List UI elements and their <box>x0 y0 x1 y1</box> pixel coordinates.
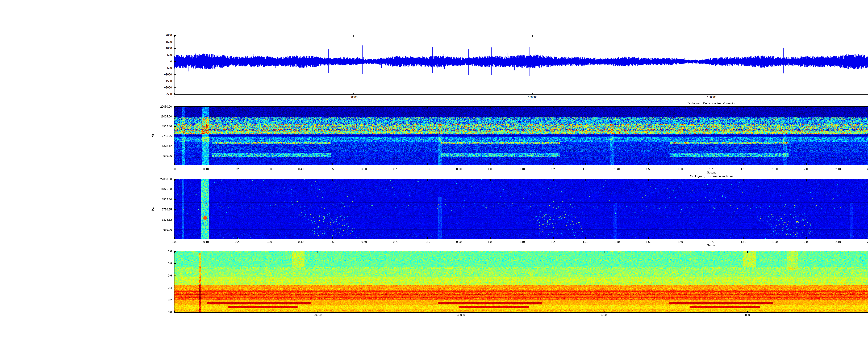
x-tick-label: 0.00 <box>164 167 185 171</box>
y-tick-label: 0.8 <box>137 262 172 265</box>
y-tick-label: 0 <box>137 60 172 63</box>
x-tick-label: 0.80 <box>417 241 438 244</box>
x-tick-label: 0.60 <box>354 167 375 171</box>
x-tick-label: 2.10 <box>828 241 848 244</box>
x-tick-label: 0.30 <box>259 241 280 244</box>
x-tick-label: 1.40 <box>607 167 627 171</box>
y-tick-label: 0.2 <box>137 298 172 302</box>
x-tick-label: 1.10 <box>512 241 532 244</box>
y-tick-label: 0.4 <box>137 286 172 290</box>
y-tick-label: 1.0 <box>137 250 172 253</box>
x-tick-label: 0.90 <box>448 167 469 171</box>
waveform-canvas <box>175 35 868 94</box>
scalogram-l2-heatmap-canvas <box>175 179 868 239</box>
x-tick-label: 1.40 <box>607 241 627 244</box>
x-tick-label: 2.20 <box>860 167 868 171</box>
x-tick-label: 1.00 <box>480 241 501 244</box>
y-tick-label: −2500 <box>137 93 172 96</box>
x-tick-label: 0 <box>164 96 185 99</box>
scalogram-cubic-y-axis-label: Hz <box>151 125 155 146</box>
x-tick-label: 0 <box>164 314 185 317</box>
y-tick-label: 22050.00 <box>137 105 172 108</box>
y-tick-label: 500 <box>137 54 172 57</box>
scalogram-cubic-heatmap-canvas <box>175 107 868 165</box>
x-tick-label: 1.90 <box>765 241 785 244</box>
y-tick-label: −500 <box>137 66 172 70</box>
y-tick-label: 1500 <box>137 40 172 43</box>
y-tick-label: 689.06 <box>137 228 172 231</box>
x-tick-label: 1.60 <box>670 167 690 171</box>
x-tick-label: 40000 <box>451 314 471 317</box>
x-tick-label: 0.70 <box>385 241 406 244</box>
scalogram-cubic-title: Scalogram, Cubic root transformation <box>175 102 868 105</box>
y-tick-label: 1378.12 <box>137 218 172 221</box>
y-tick-label: 0.6 <box>137 274 172 277</box>
waveform-panel: 2000150010005000−500−1000−1500−2000−2500… <box>0 0 868 347</box>
x-tick-label: 60000 <box>594 314 615 317</box>
spectrogram-heatmap-canvas <box>175 251 868 312</box>
y-tick-label: 1000 <box>137 47 172 50</box>
x-tick-label: 0.60 <box>354 241 375 244</box>
x-tick-label: 1.80 <box>733 167 754 171</box>
x-tick-label: 0.70 <box>385 167 406 171</box>
y-tick-label: 11025.00 <box>137 115 172 118</box>
x-tick-label: 1.80 <box>733 241 754 244</box>
scalogram-cubic-plot-frame <box>174 106 868 165</box>
x-tick-label: 1.50 <box>638 241 659 244</box>
x-tick-label: 1.10 <box>512 167 532 171</box>
x-tick-label: 1.90 <box>765 167 785 171</box>
y-tick-label: 0.0 <box>137 311 172 314</box>
x-tick-label: 2.10 <box>828 167 848 171</box>
x-tick-label: 0.40 <box>290 241 311 244</box>
x-tick-label: 0.20 <box>227 167 248 171</box>
x-tick-label: 1.70 <box>701 167 722 171</box>
scalogram-l2-title: Scalogram, L2 norm on each line <box>175 175 868 178</box>
x-tick-label: 150000 <box>701 96 722 99</box>
y-tick-label: 2000 <box>137 34 172 37</box>
x-tick-label: 1.30 <box>575 241 596 244</box>
x-tick-label: 1.60 <box>670 241 690 244</box>
x-tick-label: 20000 <box>307 314 328 317</box>
x-tick-label: 0.10 <box>196 241 216 244</box>
y-tick-label: 11025.00 <box>137 188 172 191</box>
x-tick-label: 0.50 <box>322 167 343 171</box>
y-tick-label: 689.06 <box>137 154 172 158</box>
scalogram-l2-plot-frame <box>174 179 868 239</box>
y-tick-label: 2756.25 <box>137 208 172 211</box>
x-tick-label: 0.30 <box>259 167 280 171</box>
x-tick-label: 1.20 <box>543 167 564 171</box>
spectrogram-panel: 1.00.80.60.40.20.0 020000400006000080000… <box>0 0 868 347</box>
y-tick-label: 1378.12 <box>137 145 172 148</box>
y-tick-label: −1000 <box>137 73 172 76</box>
x-tick-label: 1.20 <box>543 241 564 244</box>
x-tick-label: 80000 <box>737 314 758 317</box>
x-tick-label: 0.10 <box>196 167 216 171</box>
scalogram-cubic-panel: Scalogram, Cubic root transformation Hz … <box>0 0 868 347</box>
waveform-plot-frame <box>174 35 868 95</box>
x-tick-label: 50000 <box>343 96 364 99</box>
spectrogram-plot-frame <box>174 251 868 313</box>
x-tick-label: 2.00 <box>796 167 817 171</box>
scalogram-l2-panel: Scalogram, L2 norm on each line Hz 22050… <box>0 0 868 347</box>
x-tick-label: 0.90 <box>448 241 469 244</box>
x-tick-label: 0.20 <box>227 241 248 244</box>
x-tick-label: 0.40 <box>290 167 311 171</box>
x-tick-label: 1.00 <box>480 167 501 171</box>
x-tick-label: 0.80 <box>417 167 438 171</box>
x-tick-label: 1.50 <box>638 167 659 171</box>
y-tick-label: −2000 <box>137 86 172 89</box>
y-tick-label: 22050.00 <box>137 178 172 181</box>
x-tick-label: 2.00 <box>796 241 817 244</box>
x-tick-label: 0.50 <box>322 241 343 244</box>
x-tick-label: 100000 <box>522 96 543 99</box>
y-tick-label: 2756.25 <box>137 135 172 138</box>
x-tick-label: 1.30 <box>575 167 596 171</box>
figure-page: { "figure": { "background": "#ffffff", "… <box>0 0 868 347</box>
x-tick-label: 2.20 <box>860 241 868 244</box>
scalogram-l2-y-axis-label: Hz <box>151 199 155 219</box>
x-tick-label: 1.70 <box>701 241 722 244</box>
y-tick-label: −1500 <box>137 80 172 83</box>
y-tick-label: 5512.50 <box>137 198 172 201</box>
x-tick-label: 0.00 <box>164 241 185 244</box>
y-tick-label: 5512.50 <box>137 125 172 128</box>
